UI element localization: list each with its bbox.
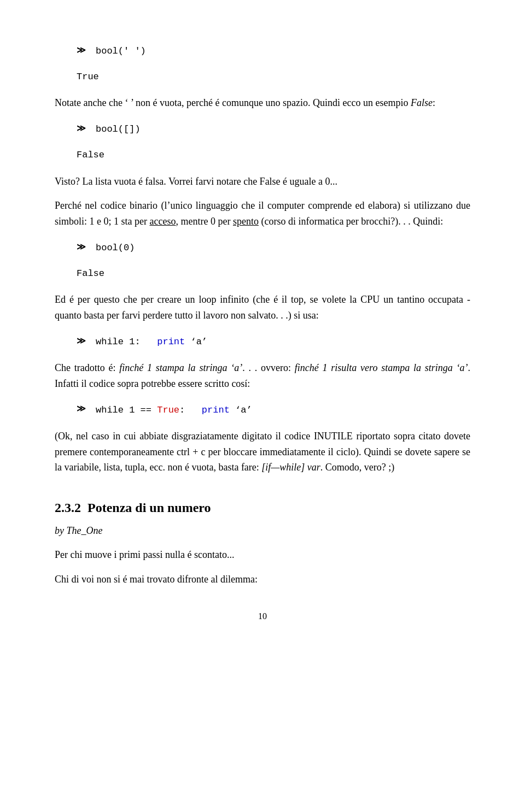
while-true-code: while 1 == True: print ‘a’ bbox=[96, 403, 252, 417]
bool-zero-code: bool(0) bbox=[96, 240, 135, 255]
para-per-chi: Per chi muove i primi passi nulla é scon… bbox=[55, 547, 470, 563]
bool-zero-block: bool(0) bbox=[77, 240, 470, 255]
print-keyword-2: print bbox=[202, 405, 230, 415]
chevron-icon-5 bbox=[77, 403, 86, 417]
para-che-tradotto: Che tradotto é: finché 1 stampa la strin… bbox=[55, 360, 470, 392]
page-content: bool(' ') True Notate anche che ‘ ’ non … bbox=[55, 44, 470, 623]
section-title-text: Potenza di un numero bbox=[88, 501, 211, 515]
false-italic: False bbox=[411, 97, 433, 108]
chevron-icon-4 bbox=[77, 335, 86, 349]
while-keyword: while bbox=[96, 337, 124, 347]
while-keyword-2: while bbox=[96, 405, 124, 415]
while-one-code: while 1: print ‘a’ bbox=[96, 334, 207, 349]
bool-empty-list-output: False bbox=[77, 148, 470, 162]
chevron-icon-2 bbox=[77, 122, 86, 137]
finche-2: finché 1 risulta vero stampa la stringa … bbox=[295, 362, 468, 373]
para-visto: Visto? La lista vuota é falsa. Vorrei fa… bbox=[55, 174, 470, 190]
bool-empty-list-block: bool([]) bbox=[77, 122, 470, 137]
chevron-icon bbox=[77, 44, 86, 58]
section-number: 2.3.2 bbox=[55, 501, 81, 515]
para-perche: Perché nel codice binario (l’unico lingu… bbox=[55, 198, 470, 230]
para-ok: (Ok, nel caso in cui abbiate disgraziata… bbox=[55, 428, 470, 475]
true-keyword: True bbox=[157, 405, 179, 415]
bool-space-output: True bbox=[77, 69, 470, 84]
para-chi-di-voi: Chi di voi non si é mai trovato difronte… bbox=[55, 572, 470, 587]
bool-zero-output: False bbox=[77, 266, 470, 281]
acceso-text: acceso bbox=[149, 216, 176, 227]
if-while-var: [if—while] var bbox=[261, 462, 320, 473]
by-line: by The_One bbox=[55, 523, 470, 539]
while-one-block: while 1: print ‘a’ bbox=[77, 334, 470, 349]
bool-empty-list-code: bool([]) bbox=[96, 122, 141, 137]
chevron-icon-3 bbox=[77, 241, 86, 255]
bool-space-code-block: bool(' ') bbox=[77, 44, 470, 58]
print-keyword-1: print bbox=[157, 337, 185, 347]
finche-1: finché 1 stampa la stringa ‘a’ bbox=[119, 362, 242, 373]
page-number: 10 bbox=[55, 609, 470, 623]
spento-text: spento bbox=[233, 216, 259, 227]
para-notate: Notate anche che ‘ ’ non é vuota, perché… bbox=[55, 95, 470, 111]
para-ed: Ed é per questo che per creare un loop i… bbox=[55, 292, 470, 323]
bool-space-code: bool(' ') bbox=[96, 44, 146, 58]
while-true-block: while 1 == True: print ‘a’ bbox=[77, 403, 470, 417]
section-title-2-3-2: 2.3.2 Potenza di un numero bbox=[55, 497, 470, 518]
section-2-3-2: 2.3.2 Potenza di un numero by The_One Pe… bbox=[55, 497, 470, 587]
